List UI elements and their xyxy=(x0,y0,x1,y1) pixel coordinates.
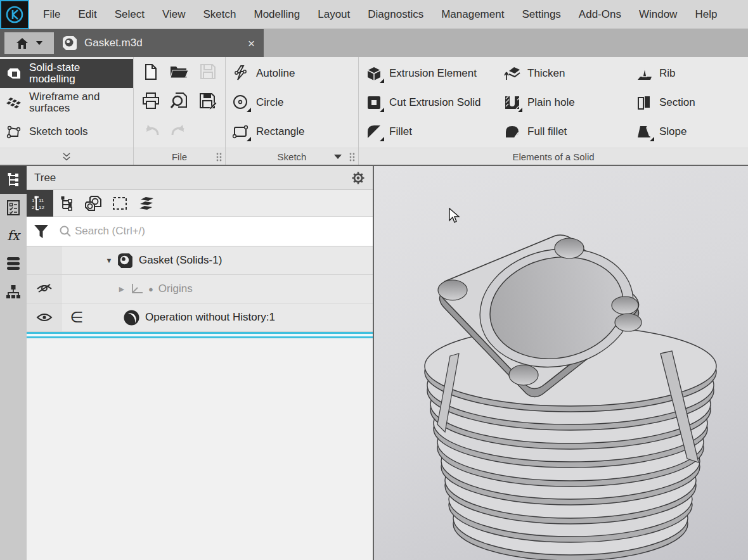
tree-view-numbered-button[interactable]: 11 12 1 2 xyxy=(27,190,53,217)
solid-elements-panel: Extrusion Element Cut Extrusion Solid xyxy=(358,57,748,165)
element-of-icon: ∈ xyxy=(70,309,84,326)
menu-diagnostics[interactable]: Diagnostics xyxy=(359,8,432,21)
kompas-logo-icon xyxy=(4,4,25,25)
mode-sketch-tools[interactable]: Sketch tools xyxy=(0,117,133,146)
tool-rectangle[interactable]: Rectangle xyxy=(226,117,358,146)
file-panel: File xyxy=(133,57,225,165)
app-logo[interactable] xyxy=(0,0,29,29)
sketch-panel-label: Sketch xyxy=(278,151,307,162)
mode-wireframe-and-surfaces[interactable]: Wireframe and surfaces xyxy=(0,88,133,117)
tree-icon xyxy=(5,172,22,188)
filter-button[interactable] xyxy=(27,224,56,239)
menu-window[interactable]: Window xyxy=(630,8,686,21)
solids-panel-label: Elements of a Solid xyxy=(512,151,594,162)
menu-layout[interactable]: Layout xyxy=(309,8,359,21)
expand-arrow-icon[interactable]: ▼ xyxy=(104,257,114,264)
full-fillet-icon xyxy=(503,123,521,141)
menu-add-ons[interactable]: Add-Ons xyxy=(570,8,630,21)
tool-label: Circle xyxy=(256,97,283,108)
preview-button[interactable] xyxy=(167,89,191,113)
tree-panel-title: Tree xyxy=(34,172,56,184)
part-file-icon xyxy=(61,35,78,51)
parameters-icon xyxy=(5,200,22,216)
search-input[interactable] xyxy=(75,225,373,238)
layers-icon xyxy=(5,255,22,272)
menu-management[interactable]: Management xyxy=(432,8,513,21)
panel-grip-icon[interactable] xyxy=(349,152,355,162)
tree-row-gasket[interactable]: ▼ Gasket (Solids-1) xyxy=(27,246,373,275)
menu-settings[interactable]: Settings xyxy=(513,8,569,21)
ribbon-toolbar: Solid-state modelling Wireframe and surf… xyxy=(0,57,748,165)
cube-icon xyxy=(5,65,23,82)
menu-select[interactable]: Select xyxy=(106,8,153,21)
wireframe-icon xyxy=(5,94,23,111)
collapse-chevron-icon[interactable] xyxy=(61,152,72,162)
svg-text:11: 11 xyxy=(39,198,44,203)
menu-bar: File Edit Select View Sketch Modelling L… xyxy=(0,0,748,29)
tool-label: Plain hole xyxy=(527,97,575,108)
tool-fillet[interactable]: Fillet xyxy=(359,117,497,146)
document-tab[interactable]: Gasket.m3d × xyxy=(54,29,264,57)
menu-help[interactable]: Help xyxy=(686,8,726,21)
home-icon xyxy=(16,37,29,49)
sketch-tools-icon xyxy=(5,123,23,141)
tree-relations-button[interactable] xyxy=(80,190,106,217)
tree-layers-button[interactable] xyxy=(133,190,160,217)
gear-icon[interactable] xyxy=(351,171,365,185)
fx-icon: fx xyxy=(7,228,20,243)
tool-plain-hole[interactable]: Plain hole xyxy=(497,88,629,117)
collapse-arrow-icon[interactable]: ▶ xyxy=(117,285,127,293)
open-button[interactable] xyxy=(167,60,191,84)
eye-off-icon[interactable] xyxy=(36,282,53,296)
tree-toolbar: 11 12 1 2 xyxy=(27,190,373,217)
origins-axes-icon xyxy=(129,282,145,296)
svg-text:2: 2 xyxy=(32,205,35,210)
menu-edit[interactable]: Edit xyxy=(69,8,105,21)
tool-cut-extrusion-solid[interactable]: Cut Extrusion Solid xyxy=(359,88,497,117)
eye-icon[interactable] xyxy=(36,312,53,323)
sidebar-item-parameters[interactable] xyxy=(0,194,27,222)
mode-solid-state-modelling[interactable]: Solid-state modelling xyxy=(0,59,133,88)
menu-sketch[interactable]: Sketch xyxy=(195,8,245,21)
file-panel-caption: File xyxy=(134,148,225,165)
sidebar-item-variables[interactable]: fx xyxy=(0,222,27,250)
new-document-icon xyxy=(142,63,159,80)
stacked-layers-icon xyxy=(137,194,156,212)
tree-area-select-button[interactable] xyxy=(106,190,133,217)
print-button[interactable] xyxy=(139,89,163,113)
tab-close-icon[interactable]: × xyxy=(248,37,255,49)
menu-file[interactable]: File xyxy=(34,8,69,21)
home-button[interactable] xyxy=(4,32,54,54)
sidebar-item-layers[interactable] xyxy=(0,250,27,277)
tree-row-operation[interactable]: ∈ Operation without History:1 xyxy=(27,303,373,332)
tree-selection-indicator xyxy=(27,332,373,338)
undo-button[interactable] xyxy=(139,118,163,142)
mouse-cursor xyxy=(449,208,460,224)
new-document-button[interactable] xyxy=(139,60,163,84)
tool-thicken[interactable]: Thicken xyxy=(497,59,629,88)
dropdown-corner-icon xyxy=(650,137,654,141)
dropdown-corner-icon xyxy=(380,108,384,112)
tree-row-origins[interactable]: ▶ ● Origins xyxy=(27,275,373,303)
menu-view[interactable]: View xyxy=(153,8,195,21)
tool-circle[interactable]: Circle xyxy=(226,88,358,117)
tool-rib[interactable]: Rib xyxy=(629,59,748,88)
save-as-button[interactable] xyxy=(196,89,220,113)
search-icon xyxy=(59,225,72,238)
tool-section[interactable]: Section xyxy=(629,88,748,117)
sidebar-item-tree[interactable] xyxy=(0,166,27,194)
tool-full-fillet[interactable]: Full fillet xyxy=(497,117,629,146)
tool-slope[interactable]: Slope xyxy=(629,117,748,146)
sidebar-item-structure[interactable] xyxy=(0,277,27,305)
sketch-panel-dropdown-icon[interactable] xyxy=(334,155,342,159)
tree-view-structure-button[interactable] xyxy=(53,190,80,217)
save-button[interactable] xyxy=(196,60,220,84)
menu-modelling[interactable]: Modelling xyxy=(245,8,309,21)
panel-grip-icon[interactable] xyxy=(216,152,222,162)
tool-extrusion-element[interactable]: Extrusion Element xyxy=(359,59,497,88)
sketch-panel-caption: Sketch xyxy=(226,148,358,165)
redo-button[interactable] xyxy=(167,118,191,142)
side-icon-strip: fx xyxy=(0,166,27,560)
tool-autoline[interactable]: Autoline xyxy=(226,59,358,88)
viewport-3d[interactable] xyxy=(374,166,748,560)
